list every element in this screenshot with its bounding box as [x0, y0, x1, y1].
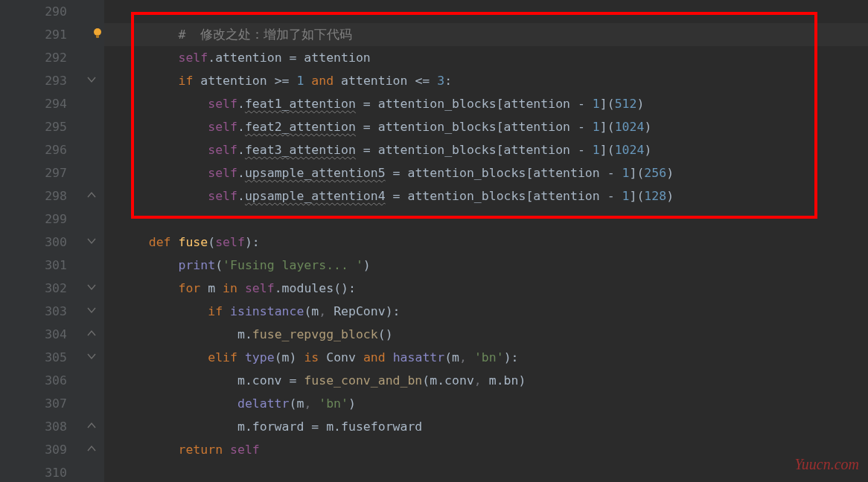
token: ): [644, 120, 651, 134]
fold-open-icon[interactable]: [86, 305, 97, 315]
token: [386, 350, 393, 364]
token: m.forward = m.fuseforward: [237, 420, 422, 434]
watermark-text: Yuucn.com: [795, 453, 859, 476]
line-number: 292: [0, 46, 67, 69]
token: ](: [629, 166, 644, 180]
token-string: 'Fusing layers... ': [223, 258, 363, 272]
token: m.: [237, 327, 252, 341]
code-line[interactable]: elif type(m) is Conv and hasattr(m, 'bn'…: [104, 346, 868, 369]
token: = attention_blocks[attention -: [386, 189, 622, 203]
token: (: [208, 235, 215, 249]
token: [223, 304, 230, 318]
token-keyword: and: [311, 74, 334, 88]
code-line[interactable]: [104, 461, 868, 482]
token-number: 1: [593, 143, 600, 157]
token-self: self: [215, 235, 245, 249]
code-line[interactable]: if attention >= 1 and attention <= 3:: [104, 69, 868, 92]
token: ):: [504, 350, 519, 364]
code-line[interactable]: self.upsample_attention4 = attention_blo…: [104, 184, 868, 208]
fold-open-icon[interactable]: [86, 236, 97, 246]
fold-close-icon[interactable]: [86, 328, 97, 338]
code-line[interactable]: [104, 208, 868, 231]
token-keyword: in: [223, 281, 237, 295]
token-self: self: [208, 166, 237, 180]
token: [290, 74, 297, 88]
line-number: 305: [0, 346, 67, 369]
token-number: 1: [622, 189, 630, 203]
token: Conv: [319, 350, 363, 364]
fold-close-icon[interactable]: [86, 443, 97, 454]
token-number: 256: [644, 166, 666, 180]
code-line[interactable]: if isinstance(m, RepConv):: [104, 300, 868, 323]
fold-close-icon[interactable]: [86, 190, 97, 200]
line-number: 299: [0, 208, 67, 231]
token-builtin: hasattr: [393, 350, 445, 364]
code-line[interactable]: [104, 0, 868, 23]
code-editor[interactable]: 290 291 292 293 294 295 296 297 298 299 …: [0, 0, 868, 482]
code-line[interactable]: for m in self.modules():: [104, 277, 868, 300]
code-line[interactable]: return self: [104, 438, 868, 461]
token: [237, 350, 245, 364]
token-self: self: [208, 143, 237, 157]
token-self: self: [245, 281, 275, 295]
code-line[interactable]: self.feat2_attention = attention_blocks[…: [104, 115, 868, 138]
code-line[interactable]: m.fuse_repvgg_block(): [104, 323, 868, 346]
token-builtin: type: [245, 350, 275, 364]
token: ): [348, 396, 356, 411]
fold-open-icon[interactable]: [86, 74, 97, 85]
token-attr: feat3_attention: [245, 143, 356, 157]
token: (m: [444, 350, 459, 364]
token-number: 1024: [615, 120, 645, 134]
code-line[interactable]: def fuse(self):: [104, 231, 868, 254]
token: ):: [245, 235, 260, 249]
token-builtin: isinstance: [230, 304, 304, 318]
token: ](: [629, 189, 644, 203]
token-string: 'bn': [474, 350, 504, 364]
code-line[interactable]: self.feat3_attention = attention_blocks[…: [104, 138, 868, 161]
token: m.bn): [489, 373, 526, 388]
code-line[interactable]: m.conv = fuse_conv_and_bn(m.conv, m.bn): [104, 369, 868, 392]
token-number: 1024: [615, 143, 645, 157]
token-number: 1: [622, 166, 630, 180]
line-number: 307: [0, 392, 67, 415]
token-funcname: fuse: [179, 235, 208, 249]
code-line[interactable]: self.feat1_attention = attention_blocks[…: [104, 92, 868, 115]
line-number: 302: [0, 277, 67, 300]
code-line[interactable]: print('Fusing layers... '): [104, 254, 868, 277]
line-number: 296: [0, 138, 67, 161]
token-number: 1: [296, 74, 304, 88]
line-number: 306: [0, 369, 67, 392]
line-number: 295: [0, 115, 67, 138]
token: (m): [275, 350, 304, 364]
lightbulb-icon[interactable]: [91, 27, 104, 40]
code-line[interactable]: m.forward = m.fuseforward: [104, 415, 868, 438]
fold-open-icon[interactable]: [86, 351, 97, 362]
code-line[interactable]: self.upsample_attention5 = attention_blo…: [104, 161, 868, 184]
token-number: 3: [437, 74, 444, 88]
token: ](: [600, 120, 615, 134]
code-line[interactable]: self.attention = attention: [104, 46, 868, 69]
token-number: 1: [593, 97, 600, 111]
code-line[interactable]: # 修改之处：增加了如下代码: [104, 23, 868, 46]
token: ,: [304, 396, 319, 411]
line-number: 303: [0, 300, 67, 323]
token: .: [237, 166, 245, 180]
code-line[interactable]: delattr(m, 'bn'): [104, 392, 868, 415]
svg-rect-1: [96, 35, 99, 38]
token: .: [237, 143, 245, 157]
code-area[interactable]: # 修改之处：增加了如下代码 self.attention = attentio…: [104, 0, 868, 482]
fold-close-icon[interactable]: [86, 420, 97, 431]
token: [237, 281, 245, 295]
token-attr: upsample_attention4: [245, 189, 386, 203]
fold-open-icon[interactable]: [86, 282, 97, 292]
token: >=: [275, 74, 290, 88]
token: [430, 74, 437, 88]
token: = attention_blocks[attention -: [386, 166, 622, 180]
token: ): [644, 143, 651, 157]
token: ,: [319, 304, 334, 318]
line-number: 291: [0, 23, 67, 46]
token: .attention = attention: [208, 51, 371, 65]
token-attr: feat2_attention: [245, 120, 356, 134]
token: (m: [290, 396, 304, 411]
line-number: 308: [0, 415, 67, 438]
